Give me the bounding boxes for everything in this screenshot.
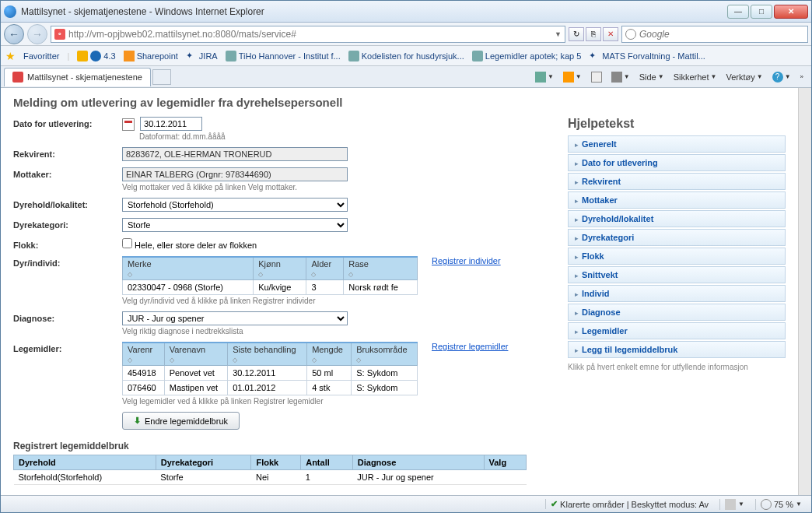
rss-icon <box>563 72 574 83</box>
page-icon <box>472 51 483 61</box>
help-item-leggtil[interactable]: ▸Legg til legemiddelbruk <box>568 341 786 358</box>
page-menu[interactable]: Side▼ <box>635 71 669 83</box>
th-bruks[interactable]: Bruksområde◇ <box>352 343 418 366</box>
bookmark-item[interactable]: Sharepoint <box>124 51 178 61</box>
chevron-button[interactable]: » <box>796 72 808 82</box>
page-icon <box>348 51 359 61</box>
registrert-heading: Registrert legemiddelbruk <box>13 441 544 452</box>
minimize-button[interactable]: — <box>727 5 749 19</box>
bookmark-item[interactable]: Legemidler apotek; kap 5 <box>472 51 582 61</box>
label-flokk: Flokk: <box>13 238 122 250</box>
dato-input[interactable] <box>140 117 202 131</box>
kategori-select[interactable]: Storfe <box>122 218 348 232</box>
vertical-scrollbar[interactable] <box>798 88 811 495</box>
registrer-individer-link[interactable]: Registrer individer <box>432 256 501 265</box>
help-item-dyrehold[interactable]: ▸Dyrehold/lokalitet <box>568 210 786 227</box>
th-rase[interactable]: Rase◇ <box>344 257 418 280</box>
label-dyrehold: Dyrehold/lokalitet: <box>13 198 122 209</box>
help-item-diagnose[interactable]: ▸Diagnose <box>568 304 786 321</box>
help-item-snittvekt[interactable]: ▸Snittvekt <box>568 266 786 283</box>
help-title: Hjelpetekst <box>568 117 786 131</box>
calendar-icon[interactable] <box>122 118 135 131</box>
help-item-legemidler[interactable]: ▸Legemidler <box>568 322 786 339</box>
th-mengde[interactable]: Mengde◇ <box>307 343 352 366</box>
table-row: 454918 Penovet vet 30.12.2011 50 ml S: S… <box>123 366 418 381</box>
stop-button[interactable]: ✕ <box>603 27 618 41</box>
th-varenavn[interactable]: Varenavn◇ <box>164 343 227 366</box>
compat-button[interactable]: ⎘ <box>586 27 601 41</box>
ie-small-icon <box>90 51 101 61</box>
label-rekvirent: Rekvirent: <box>13 147 122 159</box>
safety-menu[interactable]: Sikkerhet▼ <box>669 71 722 83</box>
tab-current[interactable]: Mattilsynet - skjematjenestene <box>4 68 151 86</box>
registrer-legemidler-link[interactable]: Registrer legemidler <box>432 342 508 351</box>
th-diagnose[interactable]: Diagnose <box>352 455 484 470</box>
maximize-button[interactable]: □ <box>751 5 772 19</box>
endre-button[interactable]: ⬇ Endre legemiddelbruk <box>122 412 240 430</box>
label-mottaker: Mottaker: <box>13 167 122 179</box>
mottaker-helper: Velg mottaker ved å klikke på linken Vel… <box>122 183 544 191</box>
dyrehold-select[interactable]: Storfehold (Storfehold) <box>122 198 348 212</box>
bookmark-item[interactable]: ✦JIRA <box>186 51 218 61</box>
flokk-checkbox[interactable] <box>122 238 132 248</box>
favorites-button[interactable]: Favoritter <box>23 51 59 61</box>
new-tab-button[interactable] <box>152 69 171 85</box>
url-input[interactable] <box>68 29 551 40</box>
address-bar[interactable]: ⚬ ▼ <box>51 26 565 43</box>
th-merke[interactable]: Merke◇ <box>123 257 254 280</box>
mail-button[interactable] <box>586 70 607 84</box>
th-antall[interactable]: Antall <box>301 455 353 470</box>
status-zoom[interactable]: 75 % ▼ <box>755 499 807 510</box>
triangle-icon: ▸ <box>575 328 579 336</box>
th-dyrekategori[interactable]: Dyrekategori <box>156 455 251 470</box>
feeds-button[interactable]: ▼ <box>558 70 586 84</box>
table-row: 02330047 - 0968 (Storfe) Ku/kvige 3 Nors… <box>123 280 418 295</box>
label-diagnose: Diagnose: <box>13 311 122 323</box>
search-box[interactable] <box>621 26 808 43</box>
th-kjonn[interactable]: Kjønn◇ <box>254 257 306 280</box>
help-menu[interactable]: ?▼ <box>768 70 796 84</box>
star-icon[interactable]: ★ <box>5 50 16 62</box>
diagnose-select[interactable]: JUR - Jur og spener <box>122 311 348 325</box>
tab-favicon <box>12 72 23 83</box>
triangle-icon: ▸ <box>575 290 579 298</box>
bookmark-item[interactable]: Kodelisten for husdyrsjuk... <box>348 51 464 61</box>
forward-button[interactable]: → <box>27 24 47 44</box>
content-area: Melding om utlevering av legemidler fra … <box>1 88 811 495</box>
help-item-dato[interactable]: ▸Dato for utlevering <box>568 154 786 171</box>
bookmark-item[interactable]: ✦MATS Forvaltning - Mattil... <box>589 51 705 61</box>
help-item-flokk[interactable]: ▸Flokk <box>568 248 786 265</box>
ie-icon <box>4 5 16 18</box>
triangle-icon: ▸ <box>575 272 579 279</box>
tools-menu[interactable]: Verktøy▼ <box>721 71 767 83</box>
tab-title: Mattilsynet - skjematjenestene <box>27 72 142 82</box>
triangle-icon: ▸ <box>575 234 579 242</box>
th-varenr[interactable]: Varenr◇ <box>123 343 165 366</box>
page-title: Melding om utlevering av legemidler fra … <box>13 96 786 109</box>
help-item-dyrekategori[interactable]: ▸Dyrekategori <box>568 229 786 246</box>
bookmark-item[interactable]: TiHo Hannover - Institut f... <box>226 51 341 61</box>
home-button[interactable]: ▼ <box>530 70 558 84</box>
th-alder[interactable]: Alder◇ <box>306 257 344 280</box>
th-siste[interactable]: Siste behandling◇ <box>228 343 307 366</box>
search-input[interactable] <box>639 29 804 40</box>
mottaker-input <box>122 167 348 181</box>
help-item-generelt[interactable]: ▸Generelt <box>568 135 786 153</box>
help-item-individ[interactable]: ▸Individ <box>568 285 786 302</box>
help-item-mottaker[interactable]: ▸Mottaker <box>568 191 786 209</box>
diagnose-helper: Velg riktig diagnose i nedtrekkslista <box>122 327 544 336</box>
back-button[interactable]: ← <box>4 24 24 44</box>
th-dyrehold[interactable]: Dyrehold <box>14 455 156 470</box>
th-valg[interactable]: Valg <box>484 455 526 470</box>
bookmark-item[interactable]: 4.3 <box>77 51 115 61</box>
status-popup[interactable]: ▼ <box>719 499 749 510</box>
close-button[interactable]: ✕ <box>774 5 808 19</box>
zoom-icon <box>761 499 772 510</box>
print-button[interactable]: ▼ <box>607 70 635 84</box>
refresh-button[interactable]: ↻ <box>569 27 584 41</box>
th-flokk[interactable]: Flokk <box>251 455 301 470</box>
label-kategori: Dyrekategori: <box>13 218 122 230</box>
tab-row: Mattilsynet - skjematjenestene ▼ ▼ ▼ Sid… <box>1 66 811 88</box>
dropdown-icon[interactable]: ▼ <box>555 30 562 38</box>
help-item-rekvirent[interactable]: ▸Rekvirent <box>568 173 786 190</box>
